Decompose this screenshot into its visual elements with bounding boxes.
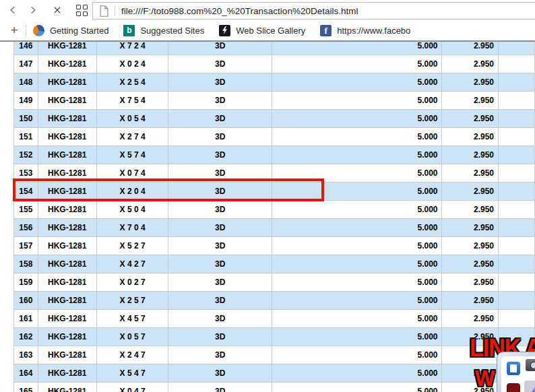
cell-market: HKG-1281: [38, 128, 96, 146]
cell-game: 3D: [168, 183, 272, 201]
favorites-separator: [26, 25, 26, 36]
cell-bet: 5.000: [272, 273, 442, 292]
favorite-label: https://www.facebo: [337, 26, 410, 36]
tabs-button[interactable]: [71, 1, 92, 20]
cell-market: HKG-1281: [38, 164, 96, 183]
table-row: 161HKG-1281X 4 5 73D5.0002.950: [14, 310, 535, 328]
favorite-web-slice-gallery[interactable]: Web Slice Gallery: [219, 25, 305, 36]
cell-number: X 5 0 4: [96, 201, 168, 219]
cell-no: 158: [14, 255, 38, 273]
table-row-highlighted: 154HKG-1281X 2 0 43D5.0002.950: [14, 183, 535, 201]
table-row: 157HKG-1281X 5 2 73D5.0002.950: [14, 237, 535, 255]
cell-bet: 5.000: [272, 310, 442, 328]
cell-no: 153: [14, 164, 38, 183]
cell-game: 3D: [168, 92, 272, 110]
cell-no: 162: [14, 328, 38, 346]
cell-bet: 5.000: [272, 364, 442, 383]
forward-button[interactable]: [23, 1, 43, 20]
cell-bet: 5.000: [272, 383, 442, 392]
cell-no: 163: [14, 346, 38, 364]
facebook-icon: f: [320, 25, 332, 36]
cell-market: HKG-1281: [38, 183, 96, 201]
table-row: 149HKG-1281X 7 5 43D5.0002.950: [14, 92, 535, 110]
cell-game: 3D: [168, 201, 272, 219]
cell-no: 160: [14, 292, 38, 310]
transactions-table-body: 146HKG-1281X 7 2 43D5.0002.950147HKG-128…: [14, 37, 535, 392]
cell-market: HKG-1281: [38, 273, 96, 292]
camera-app-icon: [526, 359, 535, 371]
cell-number: X 5 7 4: [96, 146, 168, 164]
cell-pay: 2.950: [442, 128, 499, 146]
cell-empty: [499, 146, 535, 164]
cell-empty: [499, 255, 535, 273]
cell-pay: 2.950: [442, 237, 499, 255]
table-row: 158HKG-1281X 4 2 73D5.0002.950: [14, 255, 535, 273]
cell-pay: 2.950: [442, 183, 499, 201]
url-text: file:///F:/toto988.com%20_%20Transaction…: [121, 6, 358, 16]
add-favorite-button[interactable]: +: [5, 22, 23, 39]
cell-bet: 5.000: [272, 128, 442, 146]
favorite-facebook[interactable]: f https://www.facebo: [320, 25, 410, 36]
table-row: 148HKG-1281X 2 5 43D5.0002.950: [14, 73, 535, 92]
cell-game: 3D: [168, 346, 272, 364]
cell-no: 154: [14, 183, 38, 201]
cell-number: X 4 2 7: [96, 255, 168, 273]
cell-pay: 2.950: [442, 255, 499, 273]
table-row: 165HKG-1281X 0 4 73D5.0002.950: [14, 383, 535, 392]
cell-empty: [499, 183, 535, 201]
cell-market: HKG-1281: [38, 201, 96, 219]
favorites-bar: + Getting Started b Suggested Sites Web …: [0, 20, 535, 40]
cell-pay: 2.950: [442, 146, 499, 164]
webslice-icon: [219, 25, 230, 36]
stop-button[interactable]: [47, 1, 67, 20]
cell-no: 159: [14, 273, 38, 292]
cell-number: X 0 2 4: [96, 55, 168, 73]
cell-empty: [499, 110, 535, 128]
cell-pay: 2.950: [442, 273, 499, 292]
browser-toolbar: file:///F:/toto988.com%20_%20Transaction…: [0, 0, 535, 20]
cell-market: HKG-1281: [38, 383, 96, 392]
cell-no: 150: [14, 110, 38, 128]
bing-icon: b: [123, 25, 135, 36]
cell-number: X 0 4 7: [96, 383, 168, 392]
cell-market: HKG-1281: [38, 364, 96, 383]
address-bar[interactable]: file:///F:/toto988.com%20_%20Transaction…: [92, 2, 535, 20]
cell-number: X 2 4 7: [96, 346, 168, 364]
cell-number: X 2 0 4: [96, 183, 168, 201]
cell-game: 3D: [168, 383, 272, 392]
cell-game: 3D: [168, 128, 272, 146]
table-row: 160HKG-1281X 2 5 73D5.0002.950: [14, 292, 535, 310]
cell-pay: 2.950: [442, 110, 499, 128]
promo-banner-text-2: W: [475, 366, 494, 392]
cell-empty: [499, 273, 535, 292]
cell-empty: [499, 92, 535, 110]
cell-no: 149: [14, 92, 38, 110]
cell-number: X 2 7 4: [96, 128, 168, 146]
chevron-left-icon: [8, 5, 18, 15]
cell-empty: [499, 219, 535, 237]
table-row: 155HKG-1281X 5 0 43D5.0002.950: [14, 201, 535, 219]
table-row: 156HKG-1281X 7 0 43D5.0002.950: [14, 219, 535, 237]
cell-bet: 5.000: [272, 255, 442, 273]
grid-squares-icon: [76, 5, 88, 16]
cell-bet: 5.000: [272, 146, 442, 164]
cell-number: X 0 5 4: [96, 110, 168, 128]
cell-number: X 2 5 7: [96, 292, 168, 310]
cell-no: 152: [14, 146, 38, 164]
cell-market: HKG-1281: [38, 328, 96, 346]
cell-market: HKG-1281: [38, 237, 96, 255]
cell-bet: 5.000: [272, 328, 442, 346]
cell-pay: 2.950: [442, 164, 499, 183]
favorite-getting-started[interactable]: Getting Started: [33, 25, 108, 36]
firefox-icon: [33, 25, 44, 36]
cell-no: 161: [14, 310, 38, 328]
cell-number: X 0 5 7: [96, 328, 168, 346]
cell-no: 148: [14, 73, 38, 92]
back-button[interactable]: [3, 1, 23, 20]
cell-bet: 5.000: [272, 55, 442, 73]
cell-no: 155: [14, 201, 38, 219]
x-icon: [53, 5, 62, 15]
cell-market: HKG-1281: [38, 292, 96, 310]
cell-game: 3D: [168, 364, 272, 383]
favorite-suggested-sites[interactable]: b Suggested Sites: [123, 25, 204, 36]
